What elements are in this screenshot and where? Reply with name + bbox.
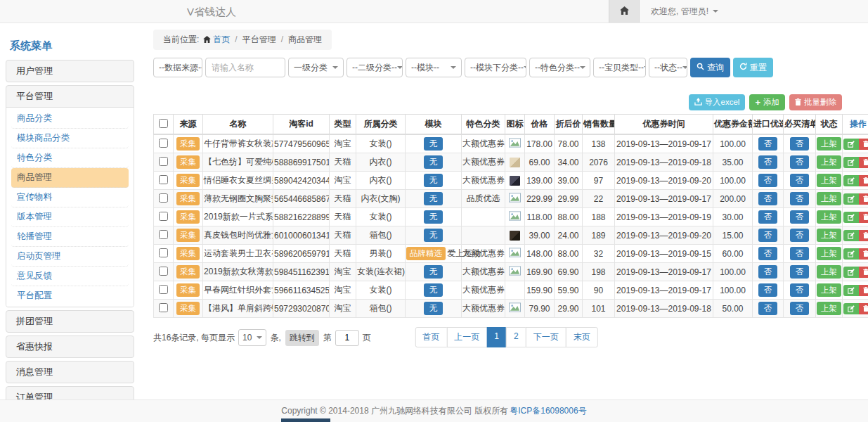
delete-button[interactable] <box>859 303 868 314</box>
import-excel-button[interactable]: 导入excel <box>689 94 746 110</box>
sidebar-sub-item[interactable]: 模块商品分类 <box>11 129 129 148</box>
row-checkbox[interactable] <box>159 139 168 148</box>
import-select-toggle[interactable]: 否 <box>758 283 778 297</box>
per-page-select[interactable]: 10 <box>238 329 266 346</box>
breadcrumb-home-link[interactable]: 首页 <box>213 34 230 44</box>
must-buy-toggle[interactable]: 否 <box>790 192 810 205</box>
sidebar-sub-item[interactable]: 特色分类 <box>11 148 129 168</box>
sidebar-sub-item[interactable]: 商品分类 <box>11 109 129 129</box>
delete-button[interactable] <box>859 157 868 168</box>
must-buy-toggle[interactable]: 否 <box>790 137 810 151</box>
import-select-toggle[interactable]: 否 <box>758 174 778 187</box>
status-button[interactable]: 上架 <box>817 192 841 205</box>
import-select-toggle[interactable]: 否 <box>758 302 778 315</box>
page-button[interactable]: 首页 <box>415 327 447 347</box>
sidebar-sub-item[interactable]: 平台配置 <box>11 286 129 305</box>
edit-button[interactable] <box>843 175 859 186</box>
search-button[interactable]: 查询 <box>690 58 730 77</box>
sidebar-group[interactable]: 拼团管理 <box>6 310 134 333</box>
data-source-select[interactable]: --数据来源-- <box>153 58 202 77</box>
must-buy-toggle[interactable]: 否 <box>790 210 810 224</box>
page-button[interactable]: 1 <box>486 327 507 347</box>
sidebar-group[interactable]: 消息管理 <box>6 361 134 383</box>
status-button[interactable]: 上架 <box>817 247 841 260</box>
select-all-checkbox[interactable] <box>159 119 168 128</box>
edit-button[interactable] <box>843 139 859 150</box>
must-buy-toggle[interactable]: 否 <box>790 174 810 187</box>
add-button[interactable]: + 添加 <box>749 94 785 110</box>
delete-button[interactable] <box>859 267 868 278</box>
status-button[interactable]: 上架 <box>817 265 841 279</box>
status-button[interactable]: 上架 <box>817 137 841 151</box>
must-buy-toggle[interactable]: 否 <box>790 302 810 315</box>
sidebar-sub-item[interactable]: 意见反馈 <box>11 267 129 286</box>
item-type-select[interactable]: --宝贝类型-- <box>593 58 646 77</box>
delete-button[interactable] <box>859 230 868 241</box>
sidebar-sub-item[interactable]: 轮播管理 <box>11 227 129 247</box>
level2-category-select[interactable]: --二级分类-- <box>346 58 403 77</box>
delete-button[interactable] <box>859 248 868 260</box>
reset-button[interactable]: 重置 <box>733 58 773 77</box>
edit-button[interactable] <box>843 193 859 205</box>
import-select-toggle[interactable]: 否 <box>758 247 778 260</box>
delete-button[interactable] <box>859 175 868 186</box>
edit-button[interactable] <box>843 212 859 223</box>
row-checkbox[interactable] <box>159 267 168 276</box>
module-select[interactable]: --模块-- <box>406 58 462 77</box>
status-select[interactable]: --状态-- <box>649 58 687 77</box>
batch-delete-button[interactable]: 批量删除 <box>789 94 842 110</box>
import-select-toggle[interactable]: 否 <box>758 192 778 205</box>
edit-button[interactable] <box>843 230 859 241</box>
must-buy-toggle[interactable]: 否 <box>790 265 810 279</box>
page-button[interactable]: 上一页 <box>446 327 487 347</box>
must-buy-toggle[interactable]: 否 <box>790 155 810 169</box>
delete-button[interactable] <box>859 285 868 296</box>
status-button[interactable]: 上架 <box>817 174 841 187</box>
delete-button[interactable] <box>859 139 868 150</box>
row-checkbox[interactable] <box>159 285 168 294</box>
import-select-toggle[interactable]: 否 <box>758 155 778 169</box>
feature-category-select[interactable]: --特色分类-- <box>529 58 590 77</box>
sidebar-sub-item[interactable]: 商品管理 <box>11 168 129 188</box>
row-checkbox[interactable] <box>159 230 168 239</box>
row-checkbox[interactable] <box>159 193 168 203</box>
row-checkbox[interactable] <box>159 212 168 221</box>
status-button[interactable]: 上架 <box>817 283 841 297</box>
page-button[interactable]: 下一页 <box>526 327 566 347</box>
must-buy-toggle[interactable]: 否 <box>790 247 810 260</box>
status-button[interactable]: 上架 <box>817 229 841 242</box>
delete-button[interactable] <box>859 212 868 223</box>
sidebar-sub-item[interactable]: 宣传物料 <box>11 188 129 207</box>
row-checkbox[interactable] <box>159 175 168 184</box>
level1-category-select[interactable]: 一级分类 <box>288 58 344 77</box>
edit-button[interactable] <box>843 248 859 260</box>
sidebar-sub-item[interactable]: 版本管理 <box>11 207 129 227</box>
edit-button[interactable] <box>843 285 859 296</box>
row-checkbox[interactable] <box>159 157 168 166</box>
status-button[interactable]: 上架 <box>817 210 841 224</box>
must-buy-toggle[interactable]: 否 <box>790 283 810 297</box>
must-buy-toggle[interactable]: 否 <box>790 229 810 242</box>
page-button[interactable]: 2 <box>506 327 526 347</box>
delete-button[interactable] <box>859 193 868 205</box>
row-checkbox[interactable] <box>159 248 168 257</box>
page-button[interactable]: 末页 <box>566 327 598 347</box>
module-subcategory-select[interactable]: --模块下分类-- <box>465 58 526 77</box>
icp-link[interactable]: 粤ICP备16098006号 <box>510 405 586 417</box>
status-button[interactable]: 上架 <box>817 302 841 315</box>
sidebar-group-label[interactable]: 平台管理 <box>6 86 134 107</box>
edit-button[interactable] <box>843 157 859 168</box>
sidebar-sub-item[interactable]: 启动页管理 <box>11 247 129 267</box>
import-select-toggle[interactable]: 否 <box>758 137 778 151</box>
import-select-toggle[interactable]: 否 <box>758 229 778 242</box>
name-filter-input[interactable] <box>205 58 285 77</box>
sidebar-group-users[interactable]: 用户管理 <box>6 60 134 82</box>
user-menu[interactable]: 欢迎您, 管理员! <box>651 6 718 18</box>
jump-button[interactable]: 跳转到 <box>285 330 319 346</box>
row-checkbox[interactable] <box>159 303 168 312</box>
status-button[interactable]: 上架 <box>817 155 841 169</box>
edit-button[interactable] <box>843 303 859 314</box>
edit-button[interactable] <box>843 267 859 278</box>
import-select-toggle[interactable]: 否 <box>758 265 778 279</box>
home-button[interactable] <box>609 0 640 23</box>
